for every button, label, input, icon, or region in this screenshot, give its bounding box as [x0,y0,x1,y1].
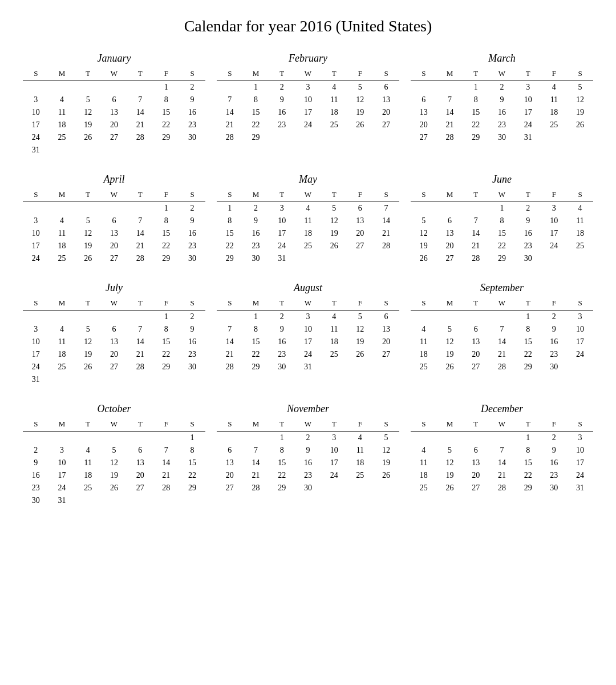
day-cell: 18 [295,227,321,240]
day-cell [101,494,127,507]
day-header: T [515,297,541,311]
day-header: T [127,189,153,202]
day-cell: 5 [437,444,463,457]
day-cell: 24 [295,348,321,361]
day-cell: 21 [489,348,515,361]
day-cell: 14 [373,215,399,227]
day-cell [489,311,515,324]
day-cell: 23 [23,482,49,494]
day-header: F [153,297,180,311]
day-cell: 28 [127,361,153,373]
week-row: 13141516171819 [217,457,399,469]
day-cell: 3 [295,81,321,94]
day-cell: 5 [347,311,374,324]
day-cell: 19 [411,240,437,252]
day-cell: 23 [269,119,295,131]
week-row: 1 [23,432,205,445]
day-header: W [295,418,321,432]
day-cell: 10 [567,323,593,336]
day-cell: 15 [153,227,180,240]
day-cell: 25 [49,252,75,265]
day-cell: 11 [411,457,437,469]
day-cell: 28 [153,482,180,494]
day-header: M [243,189,269,202]
week-row: 20212223242526 [411,119,593,131]
calendar-grid: JanuarySMTWTFS12345678910111213141516171… [11,53,605,507]
week-row: 78910111213 [217,323,399,336]
day-cell: 10 [295,94,321,106]
day-cell [23,202,49,215]
week-row: 10111213141516 [23,227,205,240]
day-cell [179,144,205,156]
day-cell: 1 [153,81,180,94]
month-name: November [217,403,399,415]
day-cell: 9 [23,457,49,469]
month-january: JanuarySMTWTFS12345678910111213141516171… [23,53,205,156]
day-cell: 30 [179,252,205,265]
day-cell [49,432,75,445]
day-cell: 23 [541,469,568,482]
day-cell: 20 [463,469,489,482]
day-cell: 9 [179,94,205,106]
week-row: 27282930 [217,482,399,494]
day-cell: 1 [153,311,180,324]
day-header: T [463,68,489,81]
day-cell: 12 [567,94,593,106]
day-cell: 8 [515,444,541,457]
month-table: SMTWTFS123456789101112131415161718192021… [411,297,593,373]
week-row: 123456 [217,81,399,94]
week-row: 3456789 [23,94,205,106]
day-cell [127,373,153,386]
day-header: M [49,68,75,81]
day-cell [75,81,101,94]
day-cell: 24 [515,119,541,131]
day-cell: 13 [347,215,374,227]
day-cell: 17 [567,457,593,469]
day-cell: 4 [49,215,75,227]
day-cell: 6 [127,444,153,457]
day-cell: 29 [243,361,269,373]
day-cell [437,432,463,445]
day-cell: 22 [153,119,180,131]
day-header: F [347,68,374,81]
week-row: 31 [23,144,205,156]
month-table: SMTWTFS123456789101112131415161718192021… [217,189,399,265]
day-cell: 20 [101,240,127,252]
day-cell: 7 [153,444,180,457]
day-cell: 22 [243,348,269,361]
day-cell: 11 [411,336,437,348]
day-cell [75,311,101,324]
day-cell: 4 [75,444,101,457]
day-cell: 21 [217,119,243,131]
day-cell: 15 [515,457,541,469]
day-cell: 31 [49,494,75,507]
day-cell: 7 [127,215,153,227]
day-cell: 3 [269,202,295,215]
day-cell: 5 [75,323,101,336]
day-cell: 2 [23,444,49,457]
day-cell: 24 [567,469,593,482]
day-cell: 3 [567,311,593,324]
day-cell: 8 [243,94,269,106]
day-header: F [541,68,568,81]
day-cell [179,373,205,386]
day-cell: 7 [127,323,153,336]
week-row: 20212223242526 [217,469,399,482]
day-cell [75,144,101,156]
day-cell: 27 [411,131,437,144]
week-row: 78910111213 [217,94,399,106]
day-cell: 24 [23,252,49,265]
week-row: 2627282930 [411,252,593,265]
day-cell: 4 [321,81,347,94]
day-cell [295,131,321,144]
day-cell: 29 [179,482,205,494]
day-cell: 14 [437,106,463,119]
day-cell: 8 [153,323,180,336]
day-cell: 6 [101,94,127,106]
day-cell: 23 [515,240,541,252]
day-cell: 9 [541,444,568,457]
day-cell: 4 [49,94,75,106]
day-cell [217,311,243,324]
day-cell: 1 [243,81,269,94]
day-cell: 8 [489,215,515,227]
